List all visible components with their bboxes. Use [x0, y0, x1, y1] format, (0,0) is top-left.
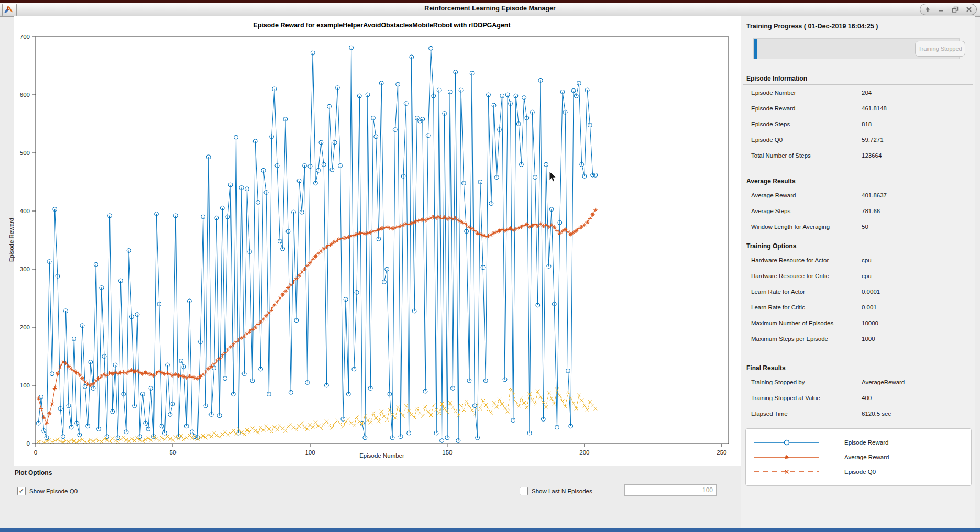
legend-item: Episode Q0 — [746, 464, 971, 479]
row-value: 781.66 — [862, 208, 880, 214]
panel-row: Training Stopped at Value400 — [741, 390, 975, 406]
row-label: Hardware Resource for Actor — [741, 257, 862, 263]
row-value: 59.7271 — [862, 137, 884, 143]
x-axis-label: Episode Number — [172, 452, 591, 459]
row-label: Training Stopped at Value — [741, 395, 862, 401]
panel-row: Learn Rate for Actor0.0001 — [741, 284, 975, 300]
row-value: 6120.5 sec — [862, 411, 891, 417]
row-label: Episode Steps — [741, 121, 862, 127]
row-label: Average Reward — [741, 192, 862, 198]
panel-row: Maximum Number of Episodes10000 — [741, 315, 975, 331]
show-episode-q0-checkbox[interactable]: ✓ — [17, 487, 26, 495]
shade-icon[interactable] — [924, 6, 931, 13]
row-value: 818 — [862, 121, 872, 127]
panel-row: Episode Number204 — [741, 85, 975, 101]
panel-row: Average Steps781.66 — [741, 203, 975, 219]
row-value: cpu — [862, 273, 872, 279]
section-title: Training Options — [746, 242, 972, 250]
panel-row: Episode Q059.7271 — [741, 132, 975, 148]
plot-options-header: Plot Options — [15, 469, 52, 476]
legend-item: Average Reward — [746, 450, 971, 464]
panel-row: Total Number of Steps123664 — [741, 148, 975, 163]
legend-sample-asterisk — [753, 452, 832, 462]
training-progress-bar: Training Stopped — [753, 38, 960, 59]
row-value: 461.8148 — [862, 105, 887, 112]
window-controls — [920, 4, 977, 15]
panel-row: Hardware Resource for Actorcpu — [741, 252, 975, 268]
panel-row: Hardware Resource for Criticcpu — [741, 268, 975, 284]
training-stopped-button[interactable]: Training Stopped — [915, 41, 965, 57]
row-value: 1000 — [862, 336, 875, 342]
last-n-episodes-input[interactable] — [624, 484, 717, 496]
row-label: Maximum Steps per Episode — [741, 336, 862, 342]
panel-row: Episode Reward461.8148 — [741, 101, 975, 116]
row-value: 401.8637 — [862, 192, 887, 198]
row-label: Total Number of Steps — [741, 152, 862, 159]
row-label: Elapsed Time — [741, 411, 862, 417]
section-title: Episode Information — [746, 75, 972, 82]
row-label: Learn Rate for Critic — [741, 304, 862, 311]
legend-sample-x — [753, 467, 832, 476]
row-label: Hardware Resource for Critic — [741, 273, 862, 279]
panel-row: Learn Rate for Critic0.001 — [741, 300, 975, 315]
row-label: Average Steps — [741, 208, 862, 214]
show-last-n-label: Show Last N Episodes — [532, 488, 592, 494]
restore-icon[interactable] — [952, 6, 959, 13]
legend-item: Episode Reward — [746, 435, 971, 450]
section-episode-information: Episode InformationEpisode Number204Epis… — [741, 75, 975, 163]
legend-label: Average Reward — [844, 454, 889, 460]
taskbar-edge — [0, 528, 980, 532]
row-label: Training Stopped by — [741, 379, 862, 385]
row-label: Episode Q0 — [741, 137, 862, 143]
row-label: Window Length for Averaging — [741, 224, 862, 230]
row-label: Learn Rate for Actor — [741, 289, 862, 295]
episode-manager-window: Reinforcement Learning Episode Manager 0… — [0, 0, 980, 532]
panel-row: Episode Steps818 — [741, 116, 975, 132]
show-last-n-checkbox[interactable] — [520, 487, 528, 495]
section-training-options: Training OptionsHardware Resource for Ac… — [741, 242, 975, 347]
row-value: AverageReward — [862, 379, 905, 385]
legend-label: Episode Q0 — [844, 469, 876, 475]
show-episode-q0-label: Show Episode Q0 — [29, 488, 78, 494]
show-episode-q0-option: ✓ Show Episode Q0 — [17, 487, 78, 495]
header-divider — [743, 32, 973, 32]
legend-label: Episode Reward — [844, 439, 888, 446]
figure-canvas — [14, 16, 741, 466]
row-value: 0.001 — [862, 304, 877, 311]
row-value: 204 — [862, 90, 872, 96]
mouse-cursor — [549, 171, 559, 183]
y-axis-label: Episode Reward — [8, 218, 15, 262]
section-title: Average Results — [746, 178, 972, 185]
panel-row: Elapsed Time6120.5 sec — [741, 406, 975, 422]
row-label: Episode Reward — [741, 105, 862, 112]
row-value: cpu — [862, 257, 872, 263]
training-progress-header: Training Progress ( 01-Dec-2019 16:04:25… — [746, 23, 972, 30]
panel-row: Maximum Steps per Episode1000 — [741, 331, 975, 347]
row-value: 50 — [862, 224, 868, 230]
row-value: 400 — [862, 395, 872, 401]
chart-title: Episode Reward for exampleHelperAvoidObs… — [172, 21, 591, 29]
panel-row: Window Length for Averaging50 — [741, 219, 975, 235]
row-label: Maximum Number of Episodes — [741, 320, 862, 326]
panel-row: Training Stopped byAverageReward — [741, 374, 975, 390]
row-value: 123664 — [862, 152, 882, 159]
row-label: Episode Number — [741, 90, 862, 96]
show-last-n-option: Show Last N Episodes — [520, 487, 592, 495]
chart-legend: Episode RewardAverage RewardEpisode Q0 — [745, 428, 972, 486]
plot-options-divider — [15, 480, 731, 480]
training-progress-panel: Training Progress ( 01-Dec-2019 16:04:25… — [741, 16, 975, 528]
row-value: 0.0001 — [862, 289, 880, 295]
close-icon[interactable] — [966, 6, 972, 13]
panel-row: Average Reward401.8637 — [741, 187, 975, 203]
window-title: Reinforcement Learning Episode Manager — [0, 5, 980, 12]
minimize-icon[interactable] — [938, 6, 944, 13]
progress-fill — [754, 39, 757, 59]
legend-sample-circle — [753, 438, 832, 447]
window-titlebar[interactable]: Reinforcement Learning Episode Manager — [0, 3, 980, 17]
section-average-results: Average ResultsAverage Reward401.8637Ave… — [741, 178, 975, 235]
section-final-results: Final ResultsTraining Stopped byAverageR… — [741, 364, 975, 422]
row-value: 10000 — [862, 320, 878, 326]
panel-sections: Episode InformationEpisode Number204Epis… — [741, 75, 975, 422]
section-title: Final Results — [746, 364, 972, 372]
